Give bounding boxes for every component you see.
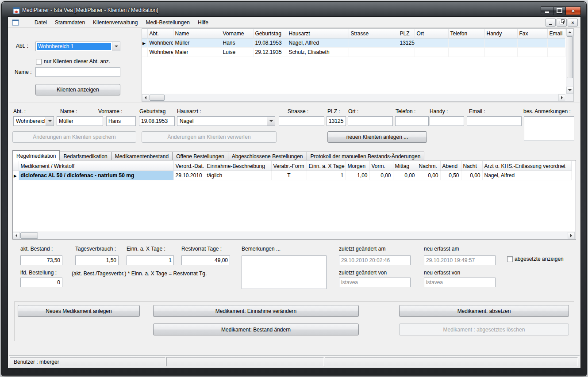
abt-filter-select[interactable]: Wohnbereich 1 — [35, 42, 120, 51]
app-icon[interactable] — [13, 7, 20, 14]
arrow-right-icon — [570, 234, 572, 237]
clients-col-ort[interactable]: Ort — [415, 29, 448, 38]
geaendert-am-input[interactable] — [339, 255, 411, 265]
tab-bedarfsmedikation[interactable]: Bedarfsmedikation — [59, 152, 111, 160]
geaendert-am-label: zuletzt geändert am — [339, 246, 385, 252]
geaendert-von-input[interactable] — [339, 278, 411, 287]
name-filter-input[interactable] — [35, 67, 120, 77]
scroll-up-button[interactable] — [566, 29, 573, 36]
bestand-input[interactable] — [20, 255, 62, 265]
mdi-restore-button[interactable] — [557, 19, 567, 27]
scroll-right-button[interactable] — [568, 232, 575, 239]
change-intake-button[interactable]: Medikament: Einnahme verändern — [153, 305, 359, 317]
erfasst-von-input[interactable] — [424, 278, 496, 287]
show-clients-button[interactable]: Klienten anzeigen — [35, 84, 120, 95]
tab-offene-bestellungen[interactable]: Offene Bestellungen — [172, 152, 228, 160]
clients-col-handy[interactable]: Handy — [484, 29, 517, 38]
form-handy-input[interactable] — [430, 116, 464, 126]
clients-col-plz[interactable]: PLZ — [398, 29, 415, 38]
clients-col-vorname[interactable]: Vorname — [221, 29, 253, 38]
close-button[interactable]: × — [565, 6, 581, 15]
chevron-down-icon[interactable] — [112, 42, 120, 51]
tab-protokoll[interactable]: Protokoll der manuellen Bestands-Änderun… — [307, 152, 425, 160]
form-name-input[interactable] — [57, 116, 103, 126]
table-cell: Wohnbereich 1 — [147, 48, 173, 57]
clients-col-fax[interactable]: Fax — [517, 29, 547, 38]
med-col-morgen[interactable]: Morgen — [346, 161, 369, 171]
medication-row[interactable]: ▶ diclofenac AL 50 / diclofenac - natriu… — [13, 171, 572, 180]
einn-x-tage-input[interactable] — [127, 255, 174, 265]
tab-medikamentenbestand[interactable]: Medikamentenbestand — [111, 152, 173, 160]
form-ort-input[interactable] — [348, 116, 393, 126]
form-anmerkungen-textarea[interactable] — [524, 116, 574, 141]
discontinue-medication-button[interactable]: Medikament: absetzen — [399, 305, 569, 317]
menu-hilfe[interactable]: Hilfe — [194, 18, 212, 27]
form-hausarzt-label: Hausarzt : — [177, 108, 201, 114]
arrow-up-icon — [568, 31, 572, 33]
med-col-medikament[interactable]: Medikament / Wirkstoff — [19, 161, 173, 171]
hscroll-thumb[interactable] — [150, 95, 165, 101]
med-col-abend[interactable]: Abend — [440, 161, 461, 171]
med-col-nacht[interactable]: Nacht — [461, 161, 482, 171]
tab-regelmedikation[interactable]: Regelmedikation — [12, 150, 60, 160]
menu-datei[interactable]: Datei — [31, 18, 51, 27]
tagesverbrauch-input[interactable] — [75, 255, 119, 265]
clients-vscrollbar[interactable] — [566, 29, 573, 94]
clients-col-abt[interactable]: Abt. — [147, 29, 173, 38]
form-email-input[interactable] — [467, 116, 522, 126]
maximize-button[interactable] — [553, 6, 566, 15]
bemerkungen-textarea[interactable] — [242, 255, 327, 289]
scroll-right-button[interactable] — [558, 94, 565, 101]
new-client-button[interactable]: neuen Klienten anlegen ... — [327, 131, 427, 143]
new-medication-button[interactable]: Neues Medikament anlegen — [18, 305, 140, 317]
med-col-verabr-form[interactable]: Verabr.-Form — [271, 161, 307, 171]
menu-medi-bestellungen[interactable]: Medi-Bestellungen — [142, 18, 193, 27]
mdi-minimize-button[interactable] — [546, 19, 556, 27]
form-abt-select[interactable]: Wohnbereich 1 — [13, 116, 54, 126]
med-col-vorm[interactable]: Vorm. — [369, 161, 393, 171]
mdi-close-button[interactable]: × — [568, 19, 578, 27]
form-strasse-input[interactable] — [279, 116, 324, 126]
clients-col-telefon[interactable]: Telefon — [448, 29, 484, 38]
titlebar[interactable]: MediPlaner - Ista Vea [MediPlaner - Klie… — [2, 2, 585, 17]
form-plz-input[interactable] — [327, 116, 346, 126]
med-col-arzt[interactable]: Arzt o. KHS.-Entlassung verordnet — [482, 161, 572, 171]
form-vorname-input[interactable] — [106, 116, 136, 126]
change-stock-button[interactable]: Medikament: Bestand ändern — [153, 324, 359, 335]
scroll-left-button[interactable] — [13, 232, 20, 239]
medication-hscrollbar[interactable] — [13, 232, 575, 239]
lfd-bestellung-input[interactable] — [20, 278, 62, 287]
form-telefon-input[interactable] — [395, 116, 429, 126]
scroll-left-button[interactable] — [142, 94, 149, 101]
menu-stammdaten[interactable]: Stammdaten — [51, 18, 89, 27]
menu-klientenverwaltung[interactable]: Klientenverwaltung — [89, 18, 142, 27]
clients-hscrollbar[interactable] — [142, 94, 565, 101]
chevron-down-icon[interactable] — [267, 117, 275, 126]
clients-col-email[interactable]: Email — [547, 29, 565, 38]
clients-col-strasse[interactable]: Strasse — [349, 29, 398, 38]
child-window-icon[interactable] — [12, 19, 19, 26]
clients-col-name[interactable]: Name — [173, 29, 221, 38]
med-col-mittag[interactable]: Mittag — [393, 161, 417, 171]
only-dept-checkbox[interactable] — [36, 59, 42, 65]
row-selector-icon: ▶ — [142, 41, 146, 46]
hscroll-thumb[interactable] — [20, 232, 38, 239]
chevron-down-icon[interactable] — [46, 117, 54, 126]
form-hausarzt-select[interactable]: Nagel — [177, 116, 275, 126]
med-col-einnahme[interactable]: Einnahme-Beschreibung — [205, 161, 271, 171]
minimize-button[interactable] — [541, 6, 553, 15]
clients-col-hausarzt[interactable]: Hausarzt — [287, 29, 349, 38]
tab-abgeschlossene-bestellungen[interactable]: Abgeschlossene Bestellungen — [228, 152, 307, 160]
abgesetzte-checkbox[interactable] — [507, 256, 513, 262]
erfasst-am-input[interactable] — [424, 255, 496, 265]
clients-col-geburtstag[interactable]: Geburtstag — [253, 29, 287, 38]
scroll-down-button[interactable] — [566, 87, 573, 94]
med-col-einn-x-tage[interactable]: Einn. a. X Tage — [307, 161, 346, 171]
med-col-nachm[interactable]: Nachm. — [417, 161, 440, 171]
client-row[interactable]: Wohnbereich 1 Maier Luise 29.12.1935 Sch… — [142, 48, 565, 57]
vscroll-thumb[interactable] — [567, 36, 573, 78]
client-row[interactable]: ▶ Wohnbereich 1 Müller Hans 19.08.1953 N… — [142, 38, 565, 48]
restvorrat-input[interactable] — [181, 255, 230, 265]
form-geburtstag-input[interactable] — [139, 116, 175, 126]
med-col-verord-dat[interactable]: Verord.-Dat. — [173, 161, 205, 171]
